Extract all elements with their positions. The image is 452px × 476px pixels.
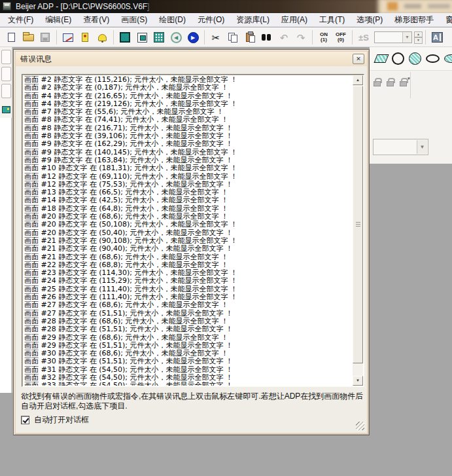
resize-grip[interactable] [356, 422, 364, 430]
dialog-title: 错误讯息 [20, 52, 52, 66]
menubar: 文件(F)编辑(E)查看(V)画面(S)绘图(D)元件(O)资源库(L)应用(A… [0, 13, 452, 27]
grid-button[interactable] [150, 29, 167, 46]
tag-button[interactable] [77, 29, 94, 46]
forward-arrow-icon: ▶ [188, 32, 199, 43]
state-combobox[interactable]: ▼ [374, 31, 412, 43]
circle-filled-tool-icon[interactable] [409, 52, 421, 65]
bell-icon [98, 34, 107, 41]
scrollbar-thumb[interactable] [353, 86, 363, 363]
auto-open-checkbox-row[interactable]: 自动打开对话框 [21, 415, 89, 424]
window-view-button[interactable] [133, 29, 150, 46]
scroll-up-button[interactable]: ▲ [353, 75, 363, 85]
auto-open-checkbox[interactable] [21, 416, 29, 424]
ellipse-outline-tool-icon[interactable] [426, 54, 440, 63]
toolbar-separator [56, 30, 57, 45]
ellipse-filled-tool-icon[interactable] [444, 54, 452, 63]
dock-button[interactable] [1, 50, 11, 64]
error-row[interactable]: 画面 #30 静态文字 在 (51,51); 元件太小，未能显示全部文字 ！ [24, 357, 352, 365]
app-icon [3, 2, 11, 10]
off-state-button[interactable]: OFF(0) [332, 29, 349, 46]
save-button[interactable] [37, 29, 54, 46]
binoculars-icon [262, 34, 272, 41]
error-row[interactable]: 画面 #21 静态文字 在 (90,40); 元件太小，未能显示全部文字 ！ [24, 245, 352, 253]
copy-button[interactable] [224, 29, 241, 46]
cut-button[interactable]: ✂ [207, 29, 224, 46]
scrollbar-grip-icon [356, 222, 360, 227]
error-row[interactable]: 画面 #2 静态文字 在 (0,187); 元件太小，未能显示全部文字 ！ [24, 84, 352, 92]
error-row[interactable]: 画面 #28 静态文字 在 (51,51); 元件太小，未能显示全部文字 ！ [24, 325, 352, 333]
redo-button[interactable]: ↷ [292, 29, 309, 46]
error-row[interactable]: 画面 #27 静态文字 在 (68,6); 元件太小，未能显示全部文字 ！ [24, 301, 352, 309]
dock-button[interactable] [1, 67, 11, 81]
dialog-instructions: 欲找到有错误的画面物件或宏指令,在其错误讯息上双击鼠标左键即可.若想让ADP在找… [21, 392, 366, 411]
state-spinner[interactable]: ▲ ▼ [414, 31, 423, 44]
lock-icon[interactable] [387, 81, 394, 86]
menu-item[interactable]: 选项(P) [351, 13, 389, 26]
scroll-down-button[interactable]: ▼ [353, 376, 363, 386]
error-row[interactable]: 画面 #12 静态文字 在 (69,110); 元件太小，未能显示全部文字 ！ [24, 173, 352, 181]
toolbar-separator [352, 30, 353, 45]
toolbar-separator [204, 30, 205, 45]
spinner-up-icon[interactable]: ▲ [414, 31, 423, 38]
new-file-button[interactable] [3, 29, 20, 46]
on-state-icon: ON(1) [320, 32, 328, 43]
menu-item[interactable]: 工具(T) [313, 13, 351, 26]
menu-item[interactable]: 窗口(W) [440, 13, 452, 26]
screen-properties-button[interactable] [60, 29, 77, 46]
set-state-button[interactable]: ±S [355, 29, 372, 46]
menu-item[interactable]: 查看(V) [77, 13, 115, 26]
menu-item[interactable]: 画面(S) [115, 13, 153, 26]
filled-square-icon [120, 32, 130, 43]
menu-item[interactable]: 绘图(D) [153, 13, 192, 26]
dropdown-arrow-icon[interactable]: ▼ [417, 140, 427, 154]
dropdown-arrow-icon[interactable]: ▼ [402, 32, 411, 43]
on-state-button[interactable]: ON(1) [315, 29, 332, 46]
menu-item[interactable]: 元件(O) [192, 13, 230, 26]
previous-screen-button[interactable]: ◀ [167, 29, 184, 46]
paste-icon [246, 33, 254, 42]
error-row[interactable]: 画面 #9 静态文字 在 (162,29); 元件太小，未能显示全部文字 ！ [24, 140, 352, 148]
copy-icon [228, 33, 237, 42]
toolbar-separator [312, 30, 313, 45]
zoom-combobox[interactable]: ▼ [373, 139, 428, 155]
error-row[interactable]: 画面 #33 静态文字 在 (54,50); 元件太小，未能显示全部文字 ！ [24, 382, 352, 386]
save-icon [41, 33, 50, 42]
menu-item[interactable]: 梯形图帮手 [389, 13, 440, 26]
dialog-close-button[interactable]: ✕ [353, 54, 364, 64]
undo-button[interactable]: ↶ [275, 29, 292, 46]
scissors-icon: ✂ [212, 33, 220, 43]
parallelogram-tool-icon[interactable] [374, 54, 389, 63]
menu-item[interactable]: 资源库(L) [230, 13, 275, 26]
find-button[interactable] [258, 29, 275, 46]
screen-manager-icon[interactable] [2, 106, 10, 113]
error-dialog: 错误讯息 ✕ 画面 #2 静态文字 在 (115,216); 元件太小，未能显示… [13, 49, 370, 435]
next-screen-button[interactable]: ▶ [184, 29, 201, 46]
back-arrow-icon: ◀ [171, 32, 182, 43]
menu-item[interactable]: 编辑(E) [39, 13, 77, 26]
screen-view-button[interactable] [116, 29, 133, 46]
lock-dropdown-icon[interactable]: ▼ [400, 81, 407, 86]
lock-icon[interactable] [374, 81, 381, 86]
error-row[interactable]: 画面 #10 静态文字 在 (181,31); 元件太小，未能显示全部文字 ！ [24, 164, 352, 172]
dock-button[interactable] [1, 84, 11, 98]
vertical-scrollbar[interactable]: ▲ ▼ [353, 75, 363, 386]
text-tool-button[interactable]: A [428, 29, 445, 46]
menu-item[interactable]: 应用(A) [275, 13, 313, 26]
error-row[interactable]: 画面 #21 静态文字 在 (68,6); 元件太小，未能显示全部文字 ！ [24, 253, 352, 261]
spinner-down-icon[interactable]: ▼ [414, 37, 423, 44]
error-row[interactable]: 画面 #29 静态文字 在 (68,6); 元件太小，未能显示全部文字 ！ [24, 334, 352, 342]
alarm-button[interactable] [94, 29, 111, 46]
tag-icon [82, 33, 88, 42]
dialog-titlebar[interactable]: 错误讯息 ✕ [16, 52, 367, 66]
error-row[interactable]: 画面 #24 静态文字 在 (115,29); 元件太小，未能显示全部文字 ！ [24, 277, 352, 285]
menu-item[interactable]: 文件(F) [2, 13, 39, 26]
open-file-button[interactable] [20, 29, 37, 46]
open-folder-icon [23, 34, 34, 41]
error-row[interactable]: 画面 #14 静态文字 在 (42,5); 元件太小，未能显示全部文字 ！ [24, 196, 352, 204]
paste-button[interactable] [241, 29, 258, 46]
screen-manager-panel [0, 118, 12, 393]
error-row[interactable]: 画面 #8 静态文字 在 (74,41); 元件太小，未能显示全部文字 ！ [24, 116, 352, 124]
text-tool-icon: A [432, 32, 443, 43]
error-row[interactable]: 画面 #20 静态文字 在 (50,108); 元件太小，未能显示全部文字 ！ [24, 221, 352, 229]
circle-outline-tool-icon[interactable] [392, 52, 404, 65]
